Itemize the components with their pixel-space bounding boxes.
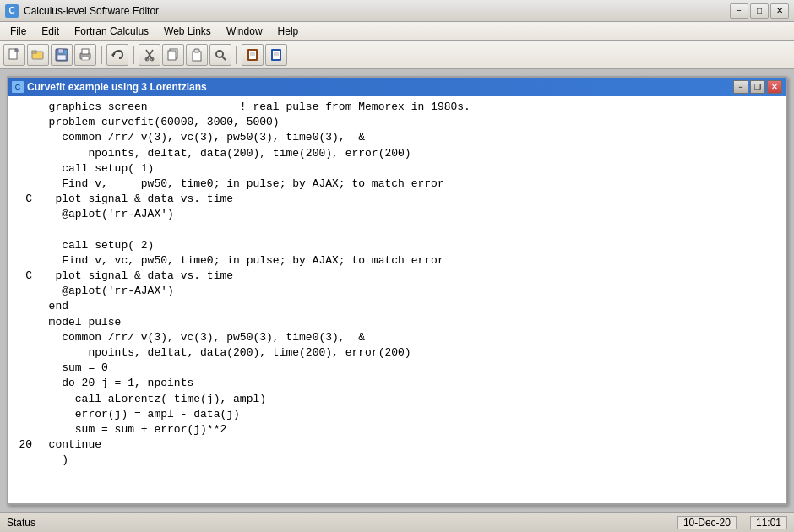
code-line: common /rr/ v(3), vc(3), pw50(3), time0(… — [14, 130, 780, 145]
title-controls: − □ ✕ — [730, 3, 789, 19]
child-close-button[interactable]: ✕ — [767, 80, 782, 94]
menu-window[interactable]: Window — [220, 24, 269, 39]
line-number — [14, 238, 32, 253]
code-editor[interactable]: graphics screen ! real pulse from Memore… — [8, 96, 786, 503]
print-button[interactable] — [74, 44, 96, 66]
save-button[interactable] — [51, 44, 73, 66]
app-title: Calculus-level Software Editor — [24, 5, 159, 17]
line-number — [14, 345, 32, 361]
minimize-button[interactable]: − — [730, 3, 748, 19]
child-title-controls: − ❐ ✕ — [733, 80, 782, 94]
line-number — [14, 299, 32, 314]
svg-rect-7 — [82, 49, 89, 54]
line-number — [14, 407, 32, 422]
svg-rect-16 — [193, 52, 201, 61]
line-number — [14, 161, 32, 176]
child-title-left: C Curvefit example using 3 Lorentzians — [12, 81, 207, 93]
find-button[interactable] — [209, 44, 231, 66]
code-line: sum = sum + error(j)**2 — [14, 422, 780, 437]
line-number — [14, 315, 32, 330]
status-right: 10-Dec-20 11:01 — [677, 516, 787, 529]
maximize-button[interactable]: □ — [750, 3, 769, 19]
separator-3 — [236, 46, 237, 64]
svg-rect-5 — [57, 55, 66, 60]
code-line: problem curvefit(60000, 3000, 5000) — [14, 115, 780, 130]
code-line: call aLorentz( time(j), ampl) — [14, 392, 780, 407]
svg-point-18 — [216, 51, 223, 57]
separator-1 — [101, 46, 102, 64]
line-number — [14, 207, 32, 222]
close-button[interactable]: ✕ — [770, 3, 789, 19]
code-line: call setup( 1) — [14, 161, 780, 176]
svg-line-19 — [222, 57, 226, 60]
child-window-icon: C — [12, 81, 24, 93]
line-number — [14, 100, 32, 115]
code-line — [14, 223, 780, 238]
book1-button[interactable] — [242, 44, 264, 66]
menu-edit[interactable]: Edit — [35, 24, 66, 39]
svg-rect-8 — [82, 57, 89, 60]
line-number — [14, 284, 32, 299]
code-line: npoints, deltat, data(200), time(200), e… — [14, 345, 780, 361]
status-time: 11:01 — [750, 516, 787, 529]
child-restore-button[interactable]: ❐ — [750, 80, 765, 94]
code-line: C plot signal & data vs. time — [14, 192, 780, 207]
code-line: sum = 0 — [14, 361, 780, 376]
code-line: end — [14, 299, 780, 314]
copy-button[interactable] — [162, 44, 184, 66]
status-text: Status — [7, 517, 35, 529]
status-date: 10-Dec-20 — [677, 516, 737, 529]
undo-button[interactable] — [106, 44, 128, 66]
open-button[interactable] — [27, 44, 49, 66]
svg-rect-4 — [58, 49, 63, 53]
child-minimize-button[interactable]: − — [733, 80, 748, 94]
separator-2 — [133, 46, 134, 64]
line-number — [14, 253, 32, 269]
code-line: C plot signal & data vs. time — [14, 269, 780, 284]
line-number — [14, 361, 32, 376]
code-line: Find v, pw50, time0; in pulse; by AJAX; … — [14, 176, 780, 192]
menu-bar: File Edit Fortran Calculus Web Links Win… — [0, 22, 794, 41]
line-number: C — [14, 192, 32, 207]
title-bar: C Calculus-level Software Editor − □ ✕ — [0, 0, 794, 22]
line-number: C — [14, 269, 32, 284]
new-button[interactable] — [3, 44, 25, 66]
code-line: @aplot('rr-AJAX') — [14, 284, 780, 299]
code-line: ) — [14, 453, 780, 468]
status-bar: Status 10-Dec-20 11:01 — [0, 512, 794, 532]
menu-help[interactable]: Help — [271, 24, 306, 39]
child-title-bar: C Curvefit example using 3 Lorentzians −… — [8, 78, 786, 96]
svg-rect-15 — [168, 51, 176, 60]
title-bar-left: C Calculus-level Software Editor — [5, 4, 159, 18]
line-number — [14, 376, 32, 391]
code-line: model pulse — [14, 315, 780, 330]
paste-button[interactable] — [186, 44, 208, 66]
line-number — [14, 115, 32, 130]
line-number — [14, 422, 32, 437]
code-line: call setup( 2) — [14, 238, 780, 253]
menu-weblinks[interactable]: Web Links — [157, 24, 218, 39]
book2-button[interactable] — [265, 44, 287, 66]
svg-marker-9 — [111, 52, 114, 57]
cut-button[interactable] — [139, 44, 160, 66]
child-window: C Curvefit example using 3 Lorentzians −… — [7, 76, 787, 505]
line-number — [14, 176, 32, 192]
svg-rect-17 — [194, 49, 199, 52]
toolbar — [0, 41, 794, 69]
code-line: Find v, vc, pw50, time0; in pulse; by AJ… — [14, 253, 780, 269]
menu-fortran[interactable]: Fortran Calculus — [68, 24, 155, 39]
main-content: C Curvefit example using 3 Lorentzians −… — [0, 69, 794, 512]
code-line: graphics screen ! real pulse from Memore… — [14, 100, 780, 115]
menu-file[interactable]: File — [3, 24, 33, 39]
line-number — [14, 453, 32, 468]
code-line: npoints, deltat, data(200), time(200), e… — [14, 146, 780, 161]
line-number — [14, 223, 32, 238]
app-icon: C — [5, 4, 19, 18]
line-number — [14, 146, 32, 161]
code-line: do 20 j = 1, npoints — [14, 376, 780, 391]
code-line: @aplot('rr-AJAX') — [14, 207, 780, 222]
line-number — [14, 392, 32, 407]
svg-rect-2 — [32, 51, 36, 53]
child-window-title: Curvefit example using 3 Lorentzians — [27, 81, 207, 93]
code-line: error(j) = ampl - data(j) — [14, 407, 780, 422]
